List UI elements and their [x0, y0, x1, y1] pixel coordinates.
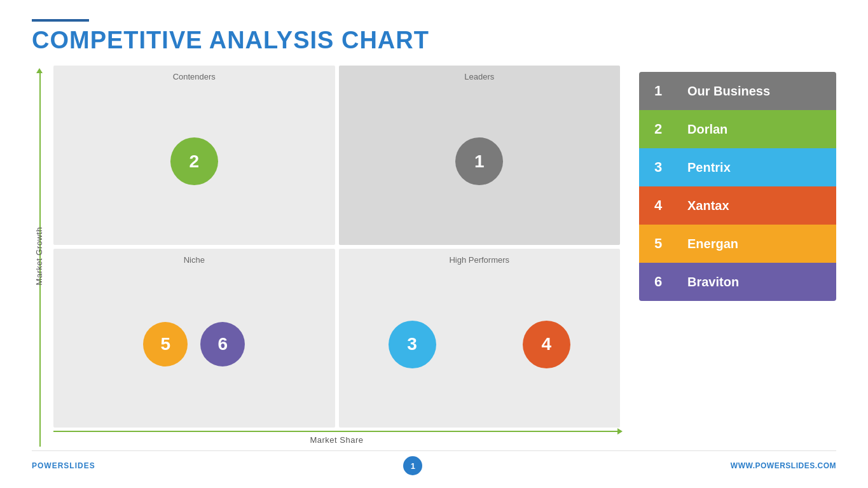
bubble-6: 6: [200, 322, 245, 366]
quadrant-leaders: Leaders 1: [339, 66, 621, 245]
brand-part1: POWER: [32, 461, 64, 470]
title-part1: COMPETITIVE: [32, 27, 209, 53]
header: COMPETITIVE ANALYSIS CHART: [32, 19, 836, 54]
leaders-label: Leaders: [464, 72, 494, 81]
legend-number-3: 3: [639, 148, 677, 186]
quadrant-high-performers: High Performers 3 4: [339, 249, 621, 428]
main-content: Market Growth Contenders 2: [32, 66, 836, 447]
page-title: COMPETITIVE ANALYSIS CHART: [32, 27, 836, 54]
legend-name-6: Braviton: [677, 263, 836, 301]
chart-grid-wrapper: Contenders 2 Leaders: [47, 66, 620, 447]
bubble-2: 2: [170, 137, 218, 185]
high-performers-label: High Performers: [449, 255, 509, 265]
legend-item-1: 1Our Business: [639, 72, 836, 110]
niche-label: Niche: [184, 255, 205, 265]
header-accent-line: [32, 19, 89, 22]
quadrant-contenders: Contenders 2: [53, 66, 335, 245]
legend-item-3: 3Pentrix: [639, 148, 836, 186]
bubble-5: 5: [143, 322, 188, 366]
legend-name-5: Energan: [677, 225, 836, 263]
brand-part2: SLIDES: [64, 461, 95, 470]
bubble-4: 4: [523, 321, 570, 368]
x-axis-line: [53, 431, 620, 432]
niche-bubbles: 5 6: [143, 309, 245, 366]
bubble-3: 3: [389, 321, 436, 368]
legend-name-1: Our Business: [677, 72, 836, 110]
bubble-1: 1: [455, 137, 503, 185]
x-axis-line-wrapper: [53, 431, 620, 432]
quadrant-niche: Niche 5 6: [53, 249, 335, 428]
legend: 1Our Business2Dorlan3Pentrix4Xantax5Ener…: [639, 72, 836, 301]
legend-number-2: 2: [639, 110, 677, 148]
legend-name-3: Pentrix: [677, 148, 836, 186]
x-axis-label-text: Market Share: [310, 435, 363, 445]
contenders-label: Contenders: [173, 72, 216, 81]
legend-number-1: 1: [639, 72, 677, 110]
high-performers-bubbles: 3 4: [339, 308, 621, 368]
y-axis-label-text: Market Growth: [35, 227, 45, 286]
x-axis-arrow: [617, 428, 623, 435]
legend-number-6: 6: [639, 263, 677, 301]
chart-area: Market Growth Contenders 2: [32, 66, 620, 447]
legend-item-5: 5Energan: [639, 225, 836, 263]
contenders-bubbles: 2: [170, 125, 218, 185]
legend-name-2: Dorlan: [677, 110, 836, 148]
footer-page-number: 1: [403, 456, 422, 475]
y-axis: Market Growth: [32, 66, 47, 447]
legend-name-4: Xantax: [677, 186, 836, 225]
legend-item-6: 6Braviton: [639, 263, 836, 301]
title-part2: ANALYSIS CHART: [209, 27, 429, 53]
legend-number-4: 4: [639, 186, 677, 225]
quadrant-grid: Contenders 2 Leaders: [47, 66, 620, 428]
legend-number-5: 5: [639, 225, 677, 263]
chart-with-axis: Market Growth Contenders 2: [32, 66, 620, 447]
legend-item-4: 4Xantax: [639, 186, 836, 225]
footer-website: WWW.POWERSLIDES.COM: [731, 461, 836, 470]
leaders-bubbles: 1: [455, 125, 503, 185]
page: COMPETITIVE ANALYSIS CHART Market Growth: [0, 0, 868, 488]
x-axis: Market Share: [47, 428, 620, 447]
legend-item-2: 2Dorlan: [639, 110, 836, 148]
footer: POWERSLIDES 1 WWW.POWERSLIDES.COM: [32, 450, 836, 475]
footer-brand: POWERSLIDES: [32, 461, 95, 470]
